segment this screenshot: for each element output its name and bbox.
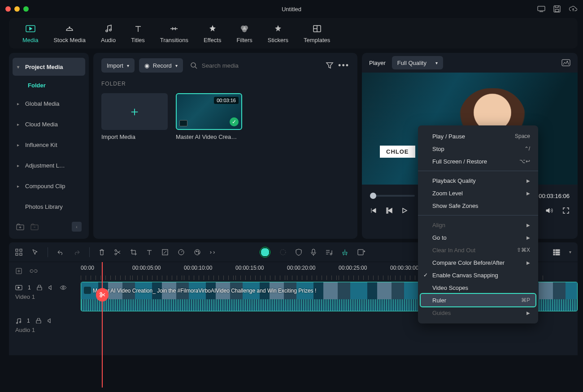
chevron-down-icon[interactable]: ▾ (569, 250, 571, 254)
shield-icon[interactable] (296, 249, 302, 256)
link-icon[interactable] (30, 268, 38, 274)
visibility-icon[interactable] (60, 285, 67, 290)
media-clip-cell[interactable]: 00:03:16 ✓ Master AI Video Crea… (176, 93, 242, 140)
chevron-right-icon: ▶ (526, 178, 530, 183)
timecode-end: 00:03:16:06 (539, 193, 570, 199)
add-track-icon[interactable] (15, 249, 22, 256)
caret-right-icon: ▸ (17, 122, 22, 127)
delete-folder-icon[interactable] (30, 224, 39, 230)
circle-dashed-icon[interactable] (279, 249, 287, 256)
sidebar-item-compound-clip[interactable]: ▸Compound Clip (13, 177, 85, 195)
sidebar-subfolder[interactable]: Folder (13, 77, 85, 93)
tab-stock-media[interactable]: Stock Media (53, 23, 86, 43)
lock-icon[interactable] (35, 318, 42, 323)
tab-titles[interactable]: Titles (131, 23, 145, 43)
tab-effects[interactable]: Effects (204, 23, 222, 43)
ctx-play-pause[interactable]: Play / PauseSpace (418, 130, 538, 142)
ctx-video-scopes[interactable]: Video Scopes (418, 281, 538, 294)
crop-icon[interactable] (130, 249, 137, 256)
mute-icon[interactable] (48, 285, 54, 290)
ctx-stop[interactable]: Stop⌃/ (418, 142, 538, 155)
split-icon[interactable] (114, 249, 121, 256)
ctx-snapping[interactable]: ✓Enable Canvas Snapping (418, 269, 538, 281)
svg-point-44 (100, 293, 102, 294)
ctx-zoom-level[interactable]: Zoom Level▶ (418, 187, 538, 199)
cloud-upload-icon[interactable] (569, 5, 578, 13)
chevron-right-icon: ▶ (526, 191, 530, 196)
scale-icon[interactable] (161, 249, 169, 256)
stop-button[interactable] (386, 207, 392, 214)
mic-icon[interactable] (311, 249, 316, 256)
chevron-right-icon: ▶ (526, 260, 530, 265)
scopes-icon[interactable] (561, 59, 570, 66)
list-view-icon[interactable] (553, 249, 560, 255)
video-track-icon (15, 285, 22, 290)
ctx-fullscreen[interactable]: Full Screen / Restore⌥↩ (418, 155, 538, 168)
close-window-button[interactable] (5, 6, 11, 12)
added-check-icon: ✓ (230, 117, 239, 126)
screen-icon[interactable] (537, 5, 545, 13)
text-tool-icon[interactable] (146, 249, 152, 255)
sidebar-item-global-media[interactable]: ▸Global Media (13, 95, 85, 112)
import-dropdown[interactable]: Import▾ (101, 58, 135, 73)
filter-icon[interactable] (326, 62, 334, 69)
ctx-safe-zones[interactable]: Show Safe Zones (418, 199, 538, 212)
undo-icon[interactable] (57, 249, 64, 255)
svg-line-17 (195, 67, 197, 69)
save-icon[interactable] (553, 5, 561, 13)
top-nav: Media Stock Media Audio Titles Transitio… (9, 18, 578, 48)
lock-icon[interactable] (36, 285, 43, 290)
minimize-window-button[interactable] (14, 6, 20, 12)
sidebar-item-cloud-media[interactable]: ▸Cloud Media (13, 115, 85, 133)
svg-rect-39 (556, 250, 560, 251)
playhead[interactable] (102, 262, 103, 388)
maximize-window-button[interactable] (23, 6, 29, 12)
tab-media[interactable]: Media (22, 23, 38, 43)
context-menu: Play / PauseSpace Stop⌃/ Full Screen / R… (418, 125, 538, 323)
export-frame-icon[interactable] (357, 249, 365, 255)
sidebar-item-project-media[interactable]: ▾Project Media (13, 58, 85, 76)
quality-select[interactable]: Full Quality▾ (392, 56, 443, 69)
ctx-compare-color[interactable]: Compare Color Before/After▶ (418, 256, 538, 269)
tab-transitions[interactable]: Transitions (160, 23, 188, 43)
preview-tab-player[interactable]: Player (369, 60, 386, 66)
color-icon[interactable] (194, 249, 201, 256)
more-tools-icon[interactable]: › › (210, 249, 215, 255)
import-media-cell[interactable]: ＋ Import Media (101, 93, 168, 140)
magnet-icon[interactable] (15, 267, 22, 275)
ctx-ruler[interactable]: Ruler⌘P (421, 294, 535, 306)
new-folder-icon[interactable] (16, 224, 24, 230)
speed-icon[interactable] (178, 249, 185, 256)
ctx-playback-quality[interactable]: Playback Quality▶ (418, 174, 538, 187)
svg-point-28 (195, 250, 200, 255)
sidebar-item-adjustment-layer[interactable]: ▸Adjustment L… (13, 156, 85, 174)
record-dropdown[interactable]: ◉Record▾ (139, 58, 183, 73)
ctx-align: Align▶ (418, 219, 538, 231)
tab-filters[interactable]: Filters (236, 23, 252, 43)
pointer-tool-icon[interactable] (31, 249, 39, 256)
ctx-clear-in-out: Clear In And Out⇧⌘X (418, 244, 538, 256)
sidebar-item-influence-kit[interactable]: ▸Influence Kit (13, 136, 85, 154)
fullscreen-icon[interactable] (562, 207, 570, 214)
tab-audio[interactable]: Audio (101, 23, 116, 43)
redo-icon[interactable] (73, 249, 80, 255)
collapse-sidebar-button[interactable]: ‹ (72, 222, 82, 232)
stickers-icon (273, 23, 283, 34)
zoom-slider[interactable] (370, 195, 415, 197)
more-icon[interactable]: ••• (338, 61, 349, 70)
scissors-icon[interactable] (96, 288, 109, 302)
play-button[interactable] (401, 207, 408, 214)
tab-templates[interactable]: Templates (304, 23, 330, 43)
volume-icon[interactable] (545, 207, 553, 214)
prev-frame-button[interactable] (370, 207, 377, 214)
mute-icon[interactable] (47, 318, 53, 323)
sidebar-item-photos-library[interactable]: Photos Library (13, 198, 85, 215)
tab-stickers[interactable]: Stickers (268, 23, 288, 43)
music-list-icon[interactable] (325, 249, 332, 255)
ctx-goto[interactable]: Go to▶ (418, 231, 538, 244)
delete-icon[interactable] (99, 249, 105, 256)
marker-icon[interactable] (341, 249, 348, 256)
search-input[interactable] (202, 62, 265, 69)
ai-assistant-icon[interactable] (260, 247, 270, 258)
svg-rect-18 (562, 60, 570, 66)
